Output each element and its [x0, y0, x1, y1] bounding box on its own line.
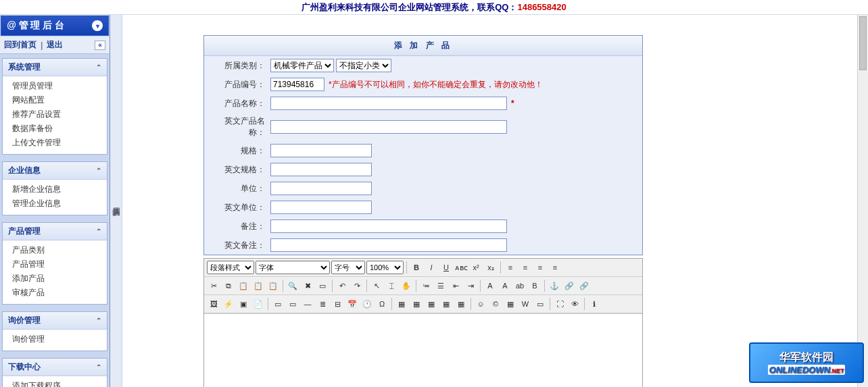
remove-format-icon[interactable]: ✖ [301, 279, 314, 292]
align-left-icon[interactable]: ≡ [504, 261, 517, 274]
align-center-icon[interactable]: ≡ [519, 261, 532, 274]
remark-en-input[interactable] [270, 238, 507, 252]
col-insert-icon[interactable]: ▦ [454, 297, 468, 311]
date-icon[interactable]: 📅 [345, 297, 359, 311]
scroll-thumb[interactable] [859, 16, 867, 70]
template-icon[interactable]: ▭ [533, 297, 547, 311]
subscript-icon[interactable]: x₂ [484, 261, 498, 274]
font-bg-icon[interactable]: B [528, 279, 541, 292]
group-header-download[interactable]: 下载中心⌃ [3, 359, 107, 376]
font-size-select[interactable]: 字号 [331, 261, 365, 274]
paste-icon[interactable]: 📋 [237, 279, 250, 292]
product-name-en-input[interactable] [270, 120, 507, 134]
group-header-system[interactable]: 系统管理⌃ [3, 59, 107, 76]
sidebar-item[interactable]: 管理员管理 [12, 79, 103, 93]
bold-icon[interactable]: B [410, 261, 423, 274]
italic-icon[interactable]: I [425, 261, 438, 274]
indent-icon[interactable]: ⇥ [464, 279, 477, 292]
table-icon[interactable]: ▦ [395, 297, 408, 311]
logout-link[interactable]: 退出 [47, 39, 63, 51]
link-icon[interactable]: 🔗 [562, 279, 576, 292]
scrollbar[interactable] [857, 15, 868, 387]
superscript-icon[interactable]: x² [469, 261, 483, 274]
outdent-icon[interactable]: ⇤ [449, 279, 462, 292]
product-name-input[interactable] [270, 97, 507, 110]
copy-icon[interactable]: ⧉ [222, 279, 235, 292]
sidebar-item[interactable]: 产品类别 [12, 243, 103, 257]
cut-icon[interactable]: ✂ [207, 279, 220, 292]
screen-switch-tab[interactable]: 屏幕切换 [110, 15, 122, 387]
fullscreen-icon[interactable]: ⛶ [553, 297, 566, 311]
word-icon[interactable]: W [519, 297, 532, 311]
group-header-product[interactable]: 产品管理⌃ [3, 223, 107, 240]
product-code-input[interactable] [270, 78, 324, 91]
remark-input[interactable] [270, 220, 507, 233]
spec-input[interactable] [270, 144, 372, 157]
image-icon[interactable]: 🖼 [207, 297, 220, 311]
strike-icon[interactable]: ᴀʙᴄ [454, 261, 468, 274]
underline-icon[interactable]: U [439, 261, 453, 274]
zoom-select[interactable]: 100% [366, 261, 404, 274]
sidebar-item[interactable]: 新增企业信息 [12, 182, 103, 197]
highlight-icon[interactable]: ab [513, 279, 527, 292]
iframe-icon[interactable]: ▭ [286, 297, 299, 311]
editor-content-area[interactable] [204, 313, 642, 387]
time-icon[interactable]: 🕐 [360, 297, 374, 311]
paste-text-icon[interactable]: 📋 [251, 279, 265, 292]
cell-props-icon[interactable]: ▦ [425, 297, 438, 311]
text-color-icon[interactable]: A [483, 279, 497, 292]
unit-en-input[interactable] [270, 201, 372, 214]
sidebar-item[interactable]: 上传文件管理 [12, 136, 103, 150]
fieldset-icon[interactable]: ▭ [271, 297, 285, 311]
bg-color-icon[interactable]: A [498, 279, 512, 292]
paragraph-style-select[interactable]: 段落样式 [207, 261, 254, 274]
group-header-inquiry[interactable]: 询价管理⌃ [3, 312, 107, 330]
symbol-icon[interactable]: © [489, 297, 502, 311]
category-sub-select[interactable]: 不指定小类 [336, 59, 391, 72]
sidebar-item[interactable]: 管理企业信息 [12, 197, 103, 211]
chevron-down-icon[interactable]: ▾ [92, 20, 103, 31]
sidebar-item[interactable]: 数据库备份 [12, 122, 103, 136]
group-header-company[interactable]: 企业信息⌃ [3, 162, 107, 180]
unordered-list-icon[interactable]: ☰ [434, 279, 448, 292]
sidebar-item[interactable]: 添加下载程序 [12, 379, 103, 387]
sidebar-item[interactable]: 网站配置 [12, 93, 103, 107]
special-char-icon[interactable]: Ω [375, 297, 389, 311]
hand-icon[interactable]: ✋ [400, 279, 413, 292]
emoticon-icon[interactable]: ☺ [474, 297, 487, 311]
ordered-list-icon[interactable]: ≔ [419, 279, 433, 292]
redo-icon[interactable]: ↷ [350, 279, 364, 292]
align-justify-icon[interactable]: ≡ [548, 261, 562, 274]
sidebar-item[interactable]: 审核产品 [12, 286, 103, 300]
undo-icon[interactable]: ↶ [335, 279, 349, 292]
paste-word-icon[interactable]: 📋 [266, 279, 280, 292]
spec-en-input[interactable] [270, 163, 372, 176]
pagebreak-icon[interactable]: ⊟ [331, 297, 344, 311]
help-icon[interactable]: ℹ [587, 297, 601, 311]
find-icon[interactable]: 🔍 [286, 279, 299, 292]
unlink-icon[interactable]: 🔗 [577, 279, 591, 292]
sidebar-item[interactable]: 询价管理 [12, 332, 103, 346]
font-family-select[interactable]: 字体 [256, 261, 330, 274]
cursor-icon[interactable]: ⌶ [385, 279, 398, 292]
row-insert-icon[interactable]: ▦ [439, 297, 453, 311]
preview-icon[interactable]: 👁 [568, 297, 581, 311]
media-icon[interactable]: ▣ [237, 297, 250, 311]
unit-input[interactable] [270, 182, 372, 195]
file-icon[interactable]: 📄 [251, 297, 265, 311]
select-all-icon[interactable]: ▭ [316, 279, 329, 292]
home-link[interactable]: 回到首页 [4, 39, 37, 51]
table-props-icon[interactable]: ▦ [410, 297, 423, 311]
flash-icon[interactable]: ⚡ [222, 297, 235, 311]
collapse-icon[interactable]: « [95, 41, 105, 50]
hr-icon[interactable]: — [301, 297, 314, 311]
category-main-select[interactable]: 机械零件产品 [270, 59, 334, 72]
anchor-icon[interactable]: ⚓ [548, 279, 561, 292]
sidebar-item[interactable]: 推荐产品设置 [12, 107, 103, 122]
sidebar-item[interactable]: 产品管理 [12, 257, 103, 272]
align-right-icon[interactable]: ≡ [533, 261, 547, 274]
marquee-icon[interactable]: ≣ [316, 297, 329, 311]
pointer-icon[interactable]: ↖ [370, 279, 383, 292]
sidebar-item[interactable]: 添加产品 [12, 272, 103, 286]
excel-icon[interactable]: ▦ [504, 297, 517, 311]
